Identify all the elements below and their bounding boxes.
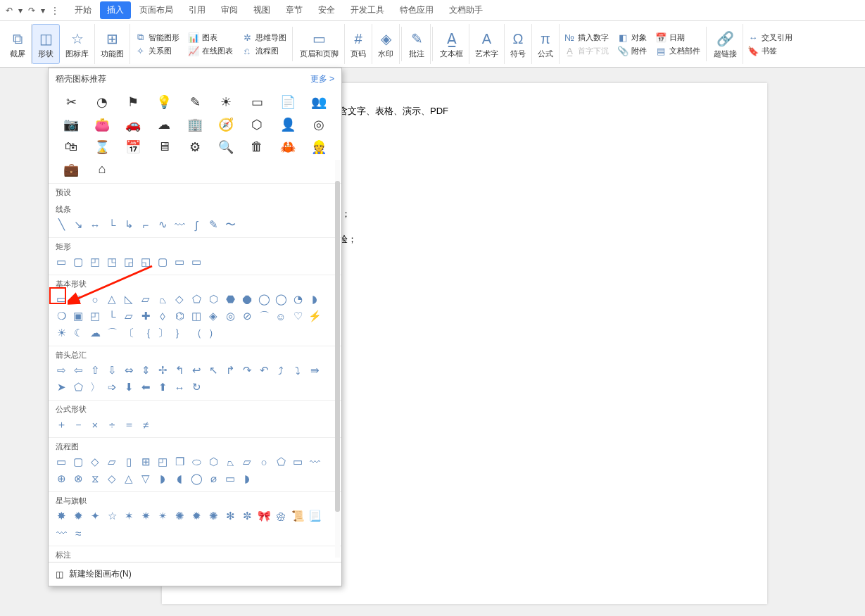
pentagon-arrow-shape[interactable]: ⬠ xyxy=(71,380,85,394)
rect-shape[interactable]: ▭ xyxy=(54,255,68,269)
chart-button[interactable]: 📊图表 xyxy=(188,32,233,43)
manualop-shape[interactable]: ⏥ xyxy=(240,455,254,469)
striped-arrow-shape[interactable]: ⇛ xyxy=(308,363,322,377)
crab-icon[interactable]: 🦀 xyxy=(272,139,303,155)
star6-shape[interactable]: ✶ xyxy=(122,509,136,523)
note-icon[interactable]: ▭ xyxy=(241,94,272,110)
scissors-icon[interactable]: ✂ xyxy=(56,94,87,110)
hyperlink-button[interactable]: 🔗超链接 xyxy=(708,24,743,64)
diagstripe-shape[interactable]: ▱ xyxy=(122,309,136,323)
storeddata-shape[interactable]: ◗ xyxy=(156,472,170,486)
tab-view[interactable]: 视图 xyxy=(246,1,277,19)
oval-shape[interactable]: ○ xyxy=(88,292,102,306)
triangle-shape[interactable]: △ xyxy=(105,292,119,306)
manualinput-shape[interactable]: ⏢ xyxy=(223,455,237,469)
prep-shape[interactable]: ⬡ xyxy=(206,455,220,469)
star5-shape[interactable]: ☆ xyxy=(105,509,119,523)
doc-icon[interactable]: 📄 xyxy=(272,94,303,110)
hex-icon[interactable]: ⬡ xyxy=(241,117,272,132)
cube-shape[interactable]: ◫ xyxy=(189,309,203,323)
noSymbol-shape[interactable]: ⊘ xyxy=(240,309,254,323)
document-shape[interactable]: ◰ xyxy=(156,455,170,469)
lbracket-shape[interactable]: （ xyxy=(189,326,203,340)
frame-shape[interactable]: ▣ xyxy=(71,309,85,323)
bag-icon[interactable]: 🛍 xyxy=(56,139,87,155)
mindmap-button[interactable]: ✲思维导图 xyxy=(241,32,286,43)
wordart-button[interactable]: A艺术字 xyxy=(469,24,505,64)
upcallout-arrow-shape[interactable]: ⬆ xyxy=(156,380,170,394)
onlinechart-button[interactable]: 📈在线图表 xyxy=(188,46,233,56)
elbow2-shape[interactable]: ⌐ xyxy=(139,218,153,232)
double-arrow-shape[interactable]: ↔ xyxy=(88,218,102,232)
scrollbar-thumb[interactable] xyxy=(335,181,340,512)
worker-icon[interactable]: 👷 xyxy=(303,139,334,155)
curvedleft-arrow-shape[interactable]: ↶ xyxy=(257,363,271,377)
redo-icon[interactable]: ↷ xyxy=(27,4,37,17)
home-icon[interactable]: ⌂ xyxy=(87,162,118,177)
collate-shape[interactable]: ⧖ xyxy=(88,472,102,486)
extract-shape[interactable]: △ xyxy=(122,472,136,486)
circular-arrow-shape[interactable]: ↻ xyxy=(189,380,203,394)
explosion1-shape[interactable]: ✸ xyxy=(54,509,68,523)
snip3-shape[interactable]: ◲ xyxy=(122,255,136,269)
cloud-icon[interactable]: ☁ xyxy=(149,117,179,132)
tab-review[interactable]: 审阅 xyxy=(214,1,245,19)
flag-icon[interactable]: ⚑ xyxy=(118,94,149,110)
pen-icon[interactable]: ✎ xyxy=(179,94,210,110)
chord-shape[interactable]: ◗ xyxy=(308,292,322,306)
new-canvas-button[interactable]: ◫ 新建绘图画布(N) xyxy=(49,562,341,586)
star12-shape[interactable]: ✹ xyxy=(189,509,203,523)
data-shape[interactable]: ▱ xyxy=(105,455,119,469)
tab-devtools[interactable]: 开发工具 xyxy=(343,1,391,19)
punchtape-shape[interactable]: 〰 xyxy=(308,455,322,469)
altprocess-shape[interactable]: ▢ xyxy=(71,455,85,469)
calendar-icon[interactable]: 📅 xyxy=(118,139,149,155)
wave-shape[interactable]: 〰 xyxy=(54,526,68,540)
building-icon[interactable]: 🏢 xyxy=(179,117,210,132)
briefcase-icon[interactable]: 💼 xyxy=(56,162,87,177)
rightcallout-arrow-shape[interactable]: ➩ xyxy=(105,380,119,394)
plus-op-shape[interactable]: ＋ xyxy=(54,417,68,432)
octagon-shape[interactable]: ⯃ xyxy=(240,292,254,306)
quad-arrow-shape[interactable]: ✢ xyxy=(156,363,170,377)
bentup-arrow-shape[interactable]: ↱ xyxy=(223,363,237,377)
bracket-shape[interactable]: 〔 xyxy=(122,326,136,340)
bracket2-shape[interactable]: 〕 xyxy=(156,326,170,340)
tab-insert[interactable]: 插入 xyxy=(100,1,131,19)
star7-shape[interactable]: ✷ xyxy=(139,509,153,523)
hourglass-icon[interactable]: ⌛ xyxy=(87,139,118,155)
pie-shape[interactable]: ◔ xyxy=(291,292,305,306)
bevel-shape[interactable]: ◈ xyxy=(206,309,220,323)
parallelogram-shape[interactable]: ▱ xyxy=(139,292,153,306)
car-icon[interactable]: 🚗 xyxy=(118,117,149,132)
left-arrow-shape[interactable]: ⇦ xyxy=(71,363,85,377)
scribble-shape[interactable]: 〜 xyxy=(223,218,237,232)
tab-home[interactable]: 开始 xyxy=(68,1,99,19)
bookmark-button[interactable]: 🔖书签 xyxy=(747,46,793,56)
or-shape[interactable]: ⊗ xyxy=(71,472,85,486)
equal-op-shape[interactable]: ＝ xyxy=(122,417,136,432)
qat-dd-icon[interactable]: ▾ xyxy=(39,4,46,17)
leftcallout-arrow-shape[interactable]: ⬅ xyxy=(139,380,153,394)
snip2-shape[interactable]: ◳ xyxy=(105,255,119,269)
sum-shape[interactable]: ⊕ xyxy=(54,472,68,486)
card-shape[interactable]: ▭ xyxy=(291,455,305,469)
round2-shape[interactable]: ▢ xyxy=(156,255,170,269)
dblwave-shape[interactable]: ≈ xyxy=(71,526,85,540)
arrow-line-shape[interactable]: ↘ xyxy=(71,218,85,232)
round1-shape[interactable]: ◱ xyxy=(139,255,153,269)
elbow-arrow-shape[interactable]: ↳ xyxy=(122,218,136,232)
camera-icon[interactable]: 📷 xyxy=(56,117,87,132)
curvedup-arrow-shape[interactable]: ⤴ xyxy=(274,363,288,377)
star24-shape[interactable]: ✻ xyxy=(223,509,237,523)
freeform-shape[interactable]: ✎ xyxy=(206,218,220,232)
screenshot-button[interactable]: ⧉截屏 xyxy=(4,24,32,64)
insertnum-button[interactable]: №插入数字 xyxy=(564,32,609,43)
heart-shape[interactable]: ♡ xyxy=(291,309,305,323)
elbow-shape[interactable]: └ xyxy=(105,218,119,232)
leftright-arrow-shape[interactable]: ⇔ xyxy=(122,363,136,377)
symbol-button[interactable]: Ω符号 xyxy=(505,24,532,64)
arc-shape[interactable]: ⌒ xyxy=(105,326,119,340)
line-shape[interactable]: ╲ xyxy=(54,218,68,232)
watermark-button[interactable]: ◈水印 xyxy=(372,24,400,64)
